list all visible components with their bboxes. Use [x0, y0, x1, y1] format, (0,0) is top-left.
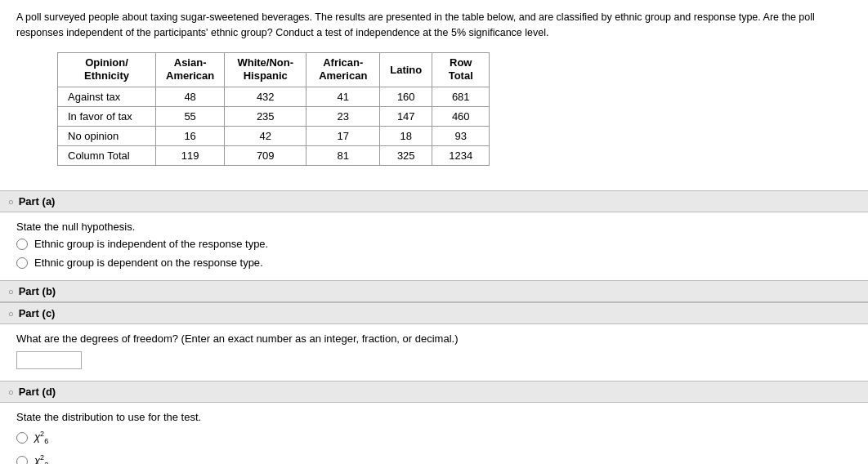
dist-option-chi6[interactable]: χ26 [16, 430, 852, 445]
part-d-content: State the distribution to use for the te… [0, 403, 868, 464]
null-hypothesis-option-1-text: Ethnic group is independent of the respo… [34, 238, 268, 250]
null-hypothesis-option-2-text: Ethnic group is dependent on the respons… [34, 257, 263, 269]
table-row: Against tax4843241160681 [58, 87, 490, 107]
col-header-latino: Latino [380, 52, 432, 87]
part-c-bar[interactable]: ○ Part (c) [0, 302, 868, 324]
part-d-bar[interactable]: ○ Part (d) [0, 381, 868, 403]
part-c-content: What are the degrees of freedom? (Enter … [0, 324, 868, 381]
dist-radio-chi6[interactable] [16, 432, 28, 444]
dist-radio-chi2[interactable] [16, 456, 28, 464]
part-d-label: Part (d) [19, 386, 56, 398]
dist-option-chi2[interactable]: χ22 [16, 453, 852, 464]
part-d-icon: ○ [8, 387, 14, 397]
dist-chi2-text: χ22 [34, 453, 48, 464]
part-a-icon: ○ [8, 197, 14, 207]
null-hypothesis-question: State the null hypothesis. [16, 221, 852, 233]
col-header-african: African-American [306, 52, 380, 87]
part-a-label: Part (a) [19, 195, 56, 207]
null-hypothesis-options: Ethnic group is independent of the respo… [16, 238, 852, 269]
table-row: In favor of tax5523523147460 [58, 107, 490, 127]
col-header-white: White/Non-Hispanic [225, 52, 306, 87]
col-header-opinion: Opinion/Ethnicity [58, 52, 156, 87]
table-row: No opinion1642171893 [58, 127, 490, 146]
part-c-label: Part (c) [19, 307, 56, 319]
dist-question: State the distribution to use for the te… [16, 411, 852, 423]
degrees-input[interactable] [16, 351, 82, 369]
part-b-label: Part (b) [19, 285, 56, 297]
table-row: Column Total119709813251234 [58, 146, 490, 166]
col-header-row-total: RowTotal [432, 52, 490, 87]
null-hypothesis-radio-1[interactable] [16, 239, 28, 250]
null-hypothesis-option-2[interactable]: Ethnic group is dependent on the respons… [16, 257, 852, 269]
part-b-icon: ○ [8, 287, 14, 297]
part-b-bar[interactable]: ○ Part (b) [0, 280, 868, 302]
degrees-question: What are the degrees of freedom? (Enter … [16, 332, 852, 345]
part-a-bar[interactable]: ○ Part (a) [0, 190, 868, 212]
dist-options: χ26 χ22 t6 t2 [16, 430, 852, 464]
null-hypothesis-radio-2[interactable] [16, 257, 28, 269]
null-hypothesis-option-1[interactable]: Ethnic group is independent of the respo… [16, 238, 852, 250]
part-c-icon: ○ [8, 309, 14, 319]
col-header-asian: Asian-American [156, 52, 225, 87]
dist-chi6-text: χ26 [34, 430, 48, 445]
part-a-content: State the null hypothesis. Ethnic group … [0, 212, 868, 280]
data-table: Opinion/Ethnicity Asian-American White/N… [57, 52, 852, 167]
intro-text: A poll surveyed people about taxing suga… [16, 10, 850, 41]
